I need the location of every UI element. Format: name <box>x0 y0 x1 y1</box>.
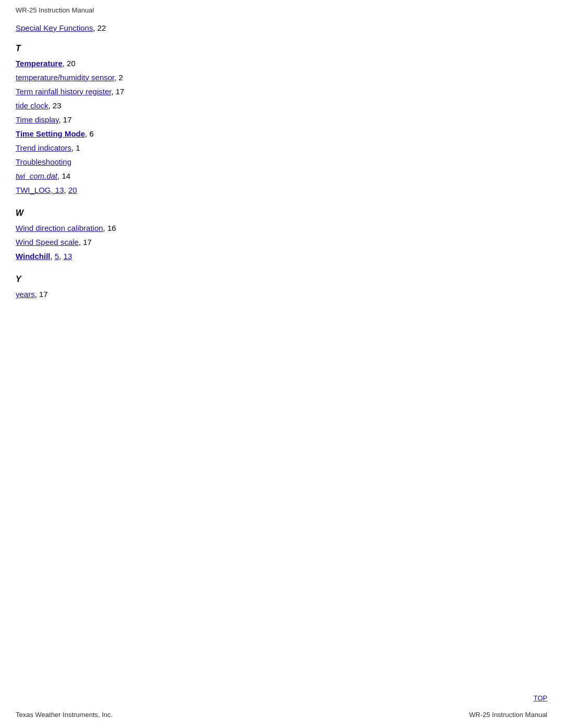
special-key-comma: , <box>93 23 97 32</box>
tide-clock-link[interactable]: tide clock <box>16 101 48 110</box>
entry-twi-log: TWI_LOG, 13, 20 <box>16 183 547 197</box>
page-header: WR-25 Instruction Manual <box>16 6 547 14</box>
entry-windchill: Windchill, 5, 13 <box>16 249 547 263</box>
page-container: WR-25 Instruction Manual Special Key Fun… <box>0 0 563 728</box>
special-key-entry: Special Key Functions, 22 <box>16 23 547 32</box>
twi-log-page20-link[interactable]: 20 <box>68 186 77 194</box>
special-key-link[interactable]: Special Key Functions <box>16 23 93 32</box>
wind-speed-scale-link[interactable]: Wind Speed scale <box>16 238 79 246</box>
temperature-link[interactable]: Temperature <box>16 59 63 68</box>
twi-log-link[interactable]: TWI_LOG, 13 <box>16 186 64 194</box>
entry-trend-indicators: Trend indicators, 1 <box>16 141 547 155</box>
entry-term-rainfall: Term rainfall history register, 17 <box>16 84 547 98</box>
top-link[interactable]: TOP <box>534 694 548 702</box>
page-footer: Texas Weather Instruments, Inc. WR-25 In… <box>16 711 547 719</box>
time-display-link[interactable]: Time display <box>16 115 59 124</box>
windchill-page5-link[interactable]: 5 <box>55 252 59 261</box>
top-anchor-link[interactable]: TOP <box>534 694 548 702</box>
entry-twi-com-dat: twi_com.dat, 14 <box>16 169 547 183</box>
entry-tide-clock: tide clock, 23 <box>16 98 547 113</box>
windchill-link[interactable]: Windchill <box>16 252 51 261</box>
entry-years: years, 17 <box>16 287 547 301</box>
wind-direction-link[interactable]: Wind direction calibration <box>16 224 103 232</box>
section-y-letter: Y <box>16 275 547 284</box>
entry-wind-speed-scale: Wind Speed scale, 17 <box>16 235 547 249</box>
section-w-letter: W <box>16 208 547 218</box>
trend-indicators-link[interactable]: Trend indicators <box>16 143 71 152</box>
time-setting-link[interactable]: Time Setting Mode <box>16 129 85 138</box>
entry-time-display: Time display, 17 <box>16 113 547 127</box>
entry-temp-humidity: temperature/humidity sensor, 2 <box>16 70 547 84</box>
twi-com-dat-link[interactable]: twi_com.dat <box>16 171 57 180</box>
temp-humidity-link[interactable]: temperature/humidity sensor <box>16 73 114 82</box>
entry-wind-direction: Wind direction calibration, 16 <box>16 221 547 235</box>
footer-left: Texas Weather Instruments, Inc. <box>16 711 113 719</box>
term-rainfall-link[interactable]: Term rainfall history register <box>16 87 111 96</box>
entry-temperature: Temperature, 20 <box>16 56 547 70</box>
section-t-letter: T <box>16 44 547 53</box>
header-title: WR-25 Instruction Manual <box>16 6 94 14</box>
entry-troubleshooting: Troubleshooting <box>16 155 547 169</box>
years-link[interactable]: years <box>16 290 35 299</box>
special-key-page: 22 <box>97 23 106 32</box>
entry-time-setting: Time Setting Mode, 6 <box>16 127 547 141</box>
footer-right: WR-25 Instruction Manual <box>469 711 547 719</box>
troubleshooting-link[interactable]: Troubleshooting <box>16 157 71 166</box>
windchill-page13-link[interactable]: 13 <box>64 252 72 261</box>
